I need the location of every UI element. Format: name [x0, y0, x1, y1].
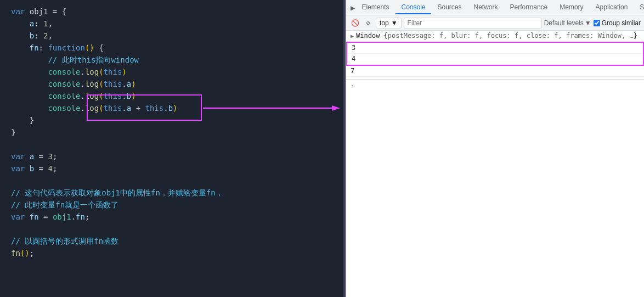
devtools-panel: ▶ Elements Console Sources Network Perfo…: [346, 0, 644, 297]
code-line-6: console.log(this): [11, 66, 338, 78]
code-line-16: // 这句代码表示获取对象obj1中的属性fn，并赋给变量fn，: [11, 187, 338, 199]
entry-text-3: 3: [352, 44, 639, 52]
default-levels-chevron-icon: ▼: [585, 19, 591, 27]
devtools-tabs: ▶ Elements Console Sources Network Perfo…: [346, 0, 644, 15]
code-line-4: fn: function() {: [11, 42, 338, 54]
entry-text-window: Window {postMessage: f, blur: f, focus: …: [356, 32, 640, 40]
console-entry-4: 4: [347, 54, 643, 65]
code-line-3: b: 2,: [11, 30, 338, 42]
code-line-18: var fn = obj1.fn;: [11, 211, 338, 223]
context-dropdown[interactable]: top ▼: [376, 18, 402, 29]
tab-performance[interactable]: Performance: [505, 1, 553, 14]
expand-icon[interactable]: ▶: [351, 33, 354, 39]
code-line-1: var obj1 = {: [11, 5, 338, 18]
code-line-15: [11, 175, 338, 187]
code-line-17: // 此时变量fn就是一个函数了: [11, 199, 338, 211]
keyword: var: [11, 5, 25, 18]
console-output: ▶ Window {postMessage: f, blur: f, focus…: [346, 31, 644, 297]
code-line-10: }: [11, 114, 338, 126]
code-line-21: fn();: [11, 247, 338, 259]
code-line-9: console.log(this.a + this.b): [11, 102, 338, 114]
code-line-11: }: [11, 126, 338, 138]
code-line-2: a: 1,: [11, 18, 338, 30]
highlighted-entries-box: 3 4: [346, 42, 644, 66]
group-similar-label: Group similar: [602, 19, 641, 27]
tab-application[interactable]: Application: [590, 1, 634, 14]
code-line-20: // 以圆括号的形式调用fn函数: [11, 235, 338, 247]
group-similar-option[interactable]: Group similar: [594, 19, 641, 27]
console-entry-7: 7: [346, 66, 644, 77]
code-line-8: console.log(this.b): [11, 90, 338, 102]
default-levels-dropdown[interactable]: Default levels ▼: [544, 19, 591, 27]
prop: b: [30, 30, 34, 42]
inspect-icon[interactable]: ▶: [351, 1, 355, 14]
clear-console-icon[interactable]: 🚫: [349, 18, 360, 29]
prop: fn: [30, 42, 39, 54]
code-line-13: var a = 3;: [11, 150, 338, 162]
tab-sources[interactable]: Sources: [432, 1, 467, 14]
dropdown-chevron-icon: ▼: [391, 19, 398, 27]
group-similar-checkbox[interactable]: [594, 20, 600, 26]
tab-more[interactable]: S: [634, 1, 644, 14]
context-label: top: [380, 19, 389, 27]
tab-elements[interactable]: Elements: [356, 1, 394, 14]
prompt-icon: ›: [351, 82, 354, 90]
tab-console[interactable]: Console: [396, 1, 431, 14]
entry-text-7: 7: [351, 67, 640, 75]
code-line-5: // 此时this指向window: [11, 54, 338, 66]
tab-network[interactable]: Network: [468, 1, 504, 14]
console-toolbar: 🚫 ⊘ top ▼ Default levels ▼ Group similar: [346, 15, 644, 31]
code-line-19: [11, 223, 338, 235]
code-line-7: console.log(this.a): [11, 78, 338, 90]
console-entry-window: ▶ Window {postMessage: f, blur: f, focus…: [346, 31, 644, 42]
code-editor: var obj1 = { a: 1, b: 2, fn: function() …: [0, 0, 343, 297]
filter-input[interactable]: [404, 18, 542, 29]
prop: a: [30, 18, 34, 30]
entry-text-4: 4: [352, 55, 639, 63]
code-line-12: [11, 138, 338, 150]
tab-memory[interactable]: Memory: [554, 1, 589, 14]
console-prompt[interactable]: ›: [346, 79, 644, 92]
code-line-14: var b = 4;: [11, 162, 338, 175]
default-levels-label: Default levels: [544, 19, 584, 27]
filter-icon[interactable]: ⊘: [363, 18, 374, 29]
console-entry-3: 3: [347, 43, 643, 54]
